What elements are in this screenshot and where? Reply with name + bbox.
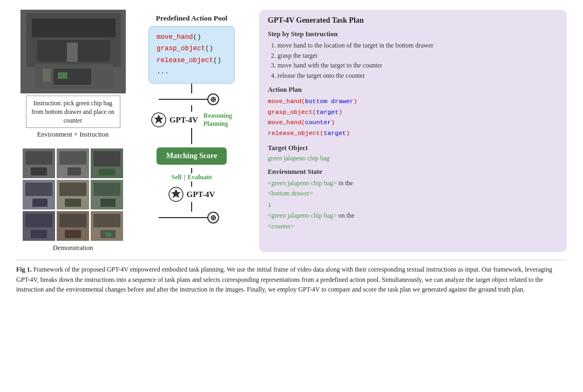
action-pool-box: move_hand() grasp_object() release_objec… [148, 26, 235, 84]
step-3: move hand with the target to the counter [277, 60, 558, 71]
action-plan-heading: Action Plan [268, 86, 558, 94]
diagram-wrapper: Instruction: pick green chip bag from bo… [16, 10, 567, 252]
svg-rect-14 [67, 167, 81, 175]
env-state-text: <green jalapeno chip bag> in the <bottom… [268, 178, 558, 232]
svg-rect-20 [32, 199, 48, 207]
instruction-text: Instruction: pick green chip bag from bo… [31, 100, 114, 124]
gpt-label-top: GPT-4V [170, 116, 198, 125]
step-1: move hand to the location of the target … [277, 40, 558, 51]
vline-3 [191, 128, 192, 144]
svg-rect-29 [31, 230, 47, 238]
demo-cell-8 [57, 211, 89, 241]
right-column: GPT-4V Generated Task Plan Step by Step … [259, 10, 567, 252]
ap-line-1: move_hand(bottom drawer) [268, 96, 558, 107]
svg-rect-10 [25, 151, 52, 165]
svg-rect-34 [93, 214, 120, 227]
action-code-ellipsis: ... [157, 66, 227, 78]
gpt-top-row: GPT-4V Reasoning Planning [151, 112, 232, 128]
demo-cell-4 [23, 180, 55, 209]
demo-label: Demonstration [53, 244, 93, 252]
svg-rect-11 [31, 167, 47, 175]
hline-left-top [159, 99, 207, 100]
demo-cell-6 [91, 180, 123, 209]
demo-cell-3 [91, 148, 123, 178]
action-code-2: grasp_object() [157, 43, 227, 55]
vline-2 [191, 105, 192, 112]
self-evaluate-row: Self | Evaluate [171, 173, 212, 181]
svg-rect-2 [32, 18, 116, 37]
step-4: release the target onto the counter [277, 71, 558, 81]
caption-area: Fig 1. Framework of the proposed GPT-4V … [16, 260, 567, 295]
center-flow: Predefined Action Pool move_hand() grasp… [130, 10, 254, 252]
reasoning-planning-col: Reasoning Planning [204, 112, 232, 128]
gpt-icon-top [151, 112, 166, 127]
svg-rect-28 [25, 214, 52, 227]
svg-rect-25 [93, 183, 120, 196]
svg-rect-7 [43, 69, 51, 82]
demo-cell-5 [57, 180, 89, 209]
vline-1 [191, 84, 192, 93]
gpt-block-bottom: GPT-4V [168, 187, 215, 202]
gpt-label-bottom: GPT-4V [187, 190, 215, 199]
hline-right-bottom-spacer [219, 217, 225, 218]
step-by-step-heading: Step by Step Instruction [268, 30, 558, 38]
main-container: Instruction: pick green chip bag from bo… [0, 0, 583, 300]
svg-rect-23 [65, 199, 81, 207]
env-state-line-3: <green jalapeno chip bag> on the [268, 211, 558, 221]
step-list: move hand to the location of the target … [277, 40, 558, 80]
action-code-3: release_object() [157, 55, 227, 66]
env-state-line-1: <green jalapeno chip bag> in the [268, 178, 558, 188]
env-state-heading: Environment State [268, 168, 558, 176]
fig-label: Fig 1. [16, 266, 32, 273]
caption-text: Framework of the proposed GPT-4V empower… [16, 266, 552, 293]
demo-cell-1 [23, 148, 55, 178]
svg-rect-13 [59, 151, 86, 165]
merge-row-bottom: ⊕ [159, 212, 225, 224]
gpt-icon-bottom [168, 187, 184, 202]
svg-rect-22 [59, 183, 86, 196]
ap-line-3: move_hand(counter) [268, 117, 558, 128]
gpt-generated-title: GPT-4V Generated Task Plan [268, 16, 558, 25]
action-code-1: move_hand() [157, 32, 227, 43]
step-2: grasp the target [277, 51, 558, 61]
left-column: Instruction: pick green chip bag from bo… [16, 10, 130, 252]
svg-rect-6 [67, 43, 78, 62]
environment-image [21, 10, 126, 93]
svg-rect-17 [99, 169, 115, 175]
vline-5 [191, 181, 192, 187]
instruction-box: Instruction: pick green chip bag from bo… [26, 96, 120, 128]
action-plan-code: move_hand(bottom drawer) grasp_object(ta… [268, 96, 558, 138]
svg-rect-19 [25, 183, 52, 196]
self-label: Self [171, 173, 181, 181]
evaluate-label: Evaluate [187, 173, 212, 181]
matching-score-box: Matching Score [157, 147, 227, 165]
hline-left-bottom [159, 217, 207, 218]
circle-plus-top: ⊕ [207, 93, 219, 105]
ap-line-2: grasp_object(target) [268, 107, 558, 118]
demo-grid [23, 148, 123, 241]
merge-row-top: ⊕ [159, 93, 225, 105]
svg-rect-8 [58, 72, 67, 79]
target-object-heading: Target Object [268, 144, 558, 152]
hline-right-spacer [219, 99, 225, 100]
reasoning-label: Reasoning [204, 112, 232, 120]
env-state-line-4: <counter> [268, 221, 558, 232]
demo-cell-7 [23, 211, 55, 241]
svg-rect-31 [59, 214, 86, 227]
ap-line-4: release_object(target) [268, 128, 558, 139]
planning-label: Planning [204, 120, 228, 128]
target-object-value: green jalapeno chip bag [268, 154, 558, 163]
svg-rect-36 [106, 233, 111, 236]
env-label: Environment + Instruction [37, 131, 109, 139]
demo-cell-2 [57, 148, 89, 178]
svg-rect-32 [65, 230, 81, 238]
env-state-line-2: <bottom drawer> [268, 188, 558, 199]
vline-6 [191, 202, 192, 212]
divider: | [184, 173, 185, 181]
vline-4 [191, 168, 192, 173]
svg-rect-26 [100, 199, 116, 207]
gpt-block-top: GPT-4V [151, 112, 198, 127]
env-state-arrow: ↓ [268, 199, 558, 211]
svg-rect-16 [93, 151, 120, 166]
circle-plus-bottom: ⊕ [207, 212, 219, 224]
